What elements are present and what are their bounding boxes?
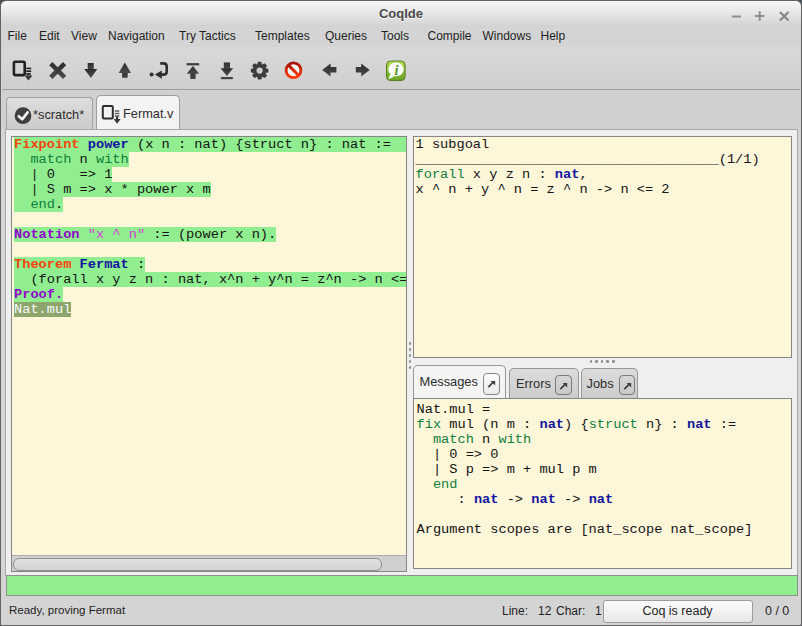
svg-text:i: i: [394, 62, 398, 78]
